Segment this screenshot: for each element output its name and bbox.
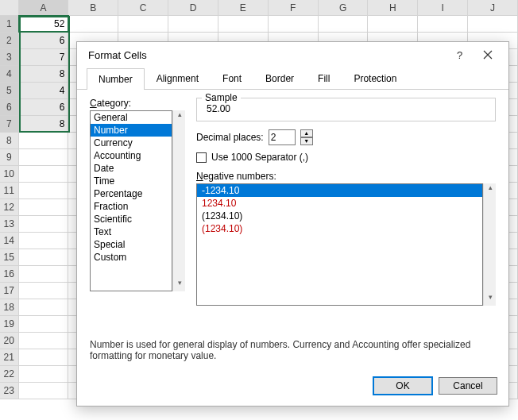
row-header[interactable]: 22 [0, 366, 19, 382]
cell[interactable] [269, 16, 319, 32]
col-header-B[interactable]: B [68, 0, 118, 15]
category-item[interactable]: Date [91, 162, 172, 175]
cell[interactable] [218, 16, 269, 32]
cell[interactable]: 52 [19, 16, 69, 32]
row-header[interactable]: 23 [0, 383, 19, 399]
select-all-corner[interactable] [0, 0, 19, 15]
category-item[interactable]: Scientific [91, 213, 172, 225]
cell[interactable]: 7 [19, 49, 69, 65]
col-header-I[interactable]: I [418, 0, 468, 15]
cell[interactable] [168, 16, 218, 32]
cancel-button[interactable]: Cancel [439, 377, 497, 395]
cell[interactable] [19, 216, 69, 232]
row-header[interactable]: 5 [0, 83, 19, 98]
tab-alignment[interactable]: Alignment [145, 67, 211, 89]
cell[interactable] [19, 333, 69, 349]
category-item[interactable]: Time [91, 175, 172, 187]
scroll-down-icon[interactable]: ▾ [173, 279, 186, 291]
category-item[interactable]: Text [91, 225, 172, 238]
scroll-down-icon[interactable]: ▾ [484, 293, 497, 306]
row-header[interactable]: 4 [0, 66, 19, 82]
close-button[interactable] [474, 44, 502, 66]
row-header[interactable]: 9 [0, 149, 19, 165]
row-header[interactable]: 2 [0, 33, 19, 48]
cell[interactable] [19, 183, 69, 198]
cell[interactable] [68, 16, 118, 32]
cell[interactable] [418, 16, 468, 32]
negative-option[interactable]: (1234.10) [197, 210, 482, 222]
col-header-F[interactable]: F [269, 0, 319, 15]
row-header[interactable]: 8 [0, 133, 19, 148]
row-header[interactable]: 17 [0, 283, 19, 299]
row-header[interactable]: 11 [0, 183, 19, 198]
help-button[interactable]: ? [445, 44, 474, 66]
category-item[interactable]: Fraction [91, 200, 172, 213]
scroll-up-icon[interactable]: ▴ [173, 110, 186, 123]
row-header[interactable]: 7 [0, 116, 19, 132]
row-header[interactable]: 20 [0, 333, 19, 349]
cell[interactable] [19, 266, 69, 282]
row-header[interactable]: 16 [0, 266, 19, 282]
cell[interactable]: 8 [19, 116, 69, 132]
category-item[interactable]: Number [91, 124, 172, 137]
row-header[interactable]: 6 [0, 99, 19, 115]
category-list[interactable]: GeneralNumberCurrencyAccountingDateTimeP… [90, 110, 172, 291]
cell[interactable] [468, 16, 518, 32]
negative-option[interactable]: -1234.10 [197, 184, 482, 197]
row-header[interactable]: 18 [0, 299, 19, 315]
cell[interactable] [19, 383, 69, 399]
decimal-spinner[interactable]: ▲ ▼ [300, 129, 313, 145]
tab-border[interactable]: Border [253, 67, 306, 89]
col-header-J[interactable]: J [468, 0, 518, 15]
negative-numbers-list[interactable]: -1234.101234.10(1234.10)(1234.10) [196, 183, 483, 306]
cell[interactable]: 4 [19, 83, 69, 98]
cell[interactable] [19, 283, 69, 299]
tab-number[interactable]: Number [87, 68, 145, 90]
decimal-places-input[interactable] [269, 129, 296, 145]
col-header-A[interactable]: A [19, 0, 69, 15]
cell[interactable] [118, 16, 168, 32]
category-item[interactable]: Custom [91, 251, 172, 264]
cell[interactable] [19, 233, 69, 249]
cell[interactable] [19, 149, 69, 165]
row-header[interactable]: 19 [0, 316, 19, 332]
cell[interactable] [319, 16, 369, 32]
category-item[interactable]: Currency [91, 137, 172, 149]
cell[interactable]: 6 [19, 33, 69, 48]
row-header[interactable]: 21 [0, 349, 19, 365]
row-header[interactable]: 3 [0, 49, 19, 65]
category-item[interactable]: Percentage [91, 187, 172, 200]
scroll-up-icon[interactable]: ▴ [484, 183, 497, 196]
negative-option[interactable]: 1234.10 [197, 197, 482, 210]
negative-scrollbar[interactable]: ▴ ▾ [483, 183, 496, 306]
thousands-separator-checkbox[interactable] [196, 152, 207, 163]
row-header[interactable]: 10 [0, 166, 19, 182]
spin-up-icon[interactable]: ▲ [300, 129, 313, 137]
ok-button[interactable]: OK [373, 377, 432, 395]
spin-down-icon[interactable]: ▼ [300, 137, 313, 145]
col-header-E[interactable]: E [218, 0, 269, 15]
tab-fill[interactable]: Fill [306, 67, 342, 89]
dialog-titlebar[interactable]: Format Cells ? [77, 42, 508, 67]
row-header[interactable]: 12 [0, 199, 19, 215]
cell[interactable] [19, 299, 69, 315]
row-header[interactable]: 13 [0, 216, 19, 232]
cell[interactable]: 8 [19, 66, 69, 82]
cell[interactable]: 6 [19, 99, 69, 115]
row-header[interactable]: 15 [0, 249, 19, 265]
category-item[interactable]: Accounting [91, 149, 172, 162]
cell[interactable] [19, 166, 69, 182]
tab-protection[interactable]: Protection [342, 67, 408, 89]
col-header-D[interactable]: D [168, 0, 218, 15]
cell[interactable] [19, 249, 69, 265]
cell[interactable] [19, 199, 69, 215]
tab-font[interactable]: Font [211, 67, 253, 89]
cell[interactable] [368, 16, 418, 32]
category-scrollbar[interactable]: ▴ ▾ [172, 110, 185, 291]
cell[interactable] [19, 366, 69, 382]
category-item[interactable]: Special [91, 238, 172, 251]
row-header[interactable]: 14 [0, 233, 19, 249]
col-header-H[interactable]: H [368, 0, 418, 15]
cell[interactable] [19, 316, 69, 332]
cell[interactable] [19, 133, 69, 148]
